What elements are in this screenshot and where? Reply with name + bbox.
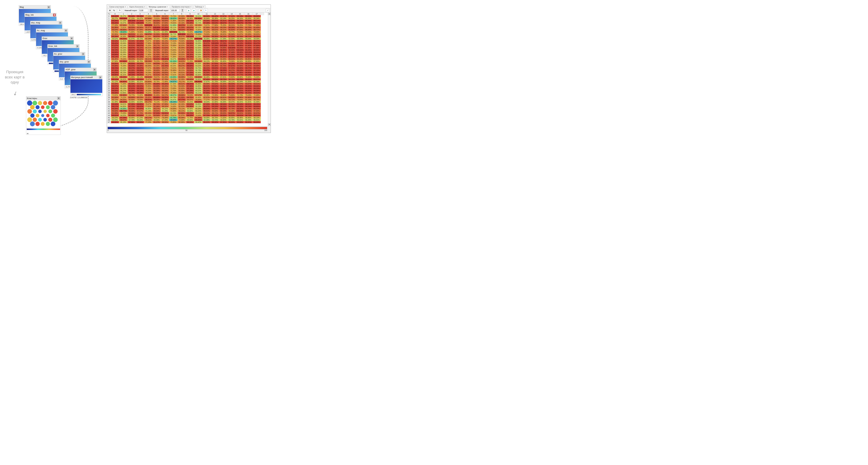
matrix-cell[interactable]: 64,63% (194, 65, 203, 67)
tab-1[interactable]: Карта Кохонена × (128, 5, 147, 8)
matrix-cell[interactable]: 91,32% (211, 26, 219, 29)
matrix-cell[interactable]: 87,84% (253, 110, 261, 112)
matrix-cell[interactable]: 99,60% (244, 121, 253, 123)
matrix-cell[interactable]: 88,60% (153, 69, 161, 71)
matrix-cell[interactable]: 77,23% (144, 121, 153, 123)
matrix-cell[interactable]: 99,42% (244, 90, 253, 92)
matrix-cell[interactable]: 96,87% (219, 90, 227, 92)
matrix-cell[interactable]: 69,53% (128, 60, 136, 63)
matrix-cell[interactable]: 95,54% (203, 90, 211, 92)
matrix-cell[interactable]: 58,44% (194, 49, 203, 51)
matrix-cell[interactable]: 85,34% (236, 58, 244, 60)
matrix-cell[interactable]: 64,48% (153, 119, 161, 121)
matrix-cell[interactable]: 62,53% (119, 69, 128, 71)
matrix-cell[interactable]: 97,59% (211, 47, 219, 49)
matrix-cell[interactable]: 68,46% (244, 117, 253, 119)
matrix-cell[interactable]: 97,34% (203, 22, 211, 24)
matrix-cell[interactable]: 87,56% (236, 29, 244, 31)
matrix-cell[interactable]: 96,26% (211, 35, 219, 38)
matrix-cell[interactable]: 91,11% (253, 96, 261, 99)
matrix-cell[interactable]: 96,15% (227, 78, 236, 80)
matrix-cell[interactable]: 60,48% (194, 71, 203, 74)
matrix-cell[interactable]: 66,63% (119, 85, 128, 87)
matrix-cell[interactable]: 85,94% (178, 47, 186, 49)
matrix-cell[interactable]: 87,56% (161, 49, 169, 51)
matrix-cell[interactable]: 74,83% (236, 31, 244, 33)
matrix-cell[interactable]: 93,32% (128, 26, 136, 29)
matrix-cell[interactable]: 86,51% (161, 44, 169, 47)
matrix-cell[interactable]: 97,29% (219, 42, 227, 44)
matrix-cell[interactable]: 98,85% (111, 74, 119, 76)
matrix-cell[interactable]: 54,47% (169, 99, 178, 101)
matrix-cell[interactable]: 58,44% (236, 38, 244, 40)
matrix-cell[interactable]: 97,91% (128, 87, 136, 90)
matrix-cell[interactable]: 98,85% (236, 54, 244, 56)
matrix-cell[interactable]: 94,37% (144, 33, 153, 35)
matrix-cell[interactable]: 95,40% (128, 83, 136, 85)
matrix-cell[interactable]: 97,83% (136, 114, 144, 117)
matrix-cell[interactable]: 99,10% (253, 71, 261, 74)
matrix-cell[interactable]: 78,80% (194, 99, 203, 101)
matrix-cell[interactable]: 68,15% (211, 60, 219, 63)
matrix-cell[interactable]: 100,00% (236, 49, 244, 51)
matrix-cell[interactable]: 60,52% (194, 90, 203, 92)
matrix-cell[interactable]: 99,06% (219, 114, 227, 117)
matrix-cell[interactable]: 91,78% (227, 107, 236, 110)
matrix-cell[interactable]: 57,79% (128, 119, 136, 121)
matrix-cell[interactable]: 71,83% (119, 83, 128, 85)
matrix-cell[interactable]: 97,77% (178, 99, 186, 101)
matrix-cell[interactable]: 75,88% (219, 31, 227, 33)
matrix-cell[interactable]: 57,39% (194, 44, 203, 47)
matrix-cell[interactable]: 65,27% (119, 15, 128, 18)
matrix-cell[interactable]: 63,74% (169, 112, 178, 114)
matrix-cell[interactable]: 98,16% (227, 74, 236, 76)
matrix-cell[interactable]: 93,32% (153, 20, 161, 22)
matrix-cell[interactable]: 92,36% (161, 35, 169, 38)
matrix-cell[interactable]: 56,78% (194, 69, 203, 71)
matrix-cell[interactable]: 100,00% (119, 18, 128, 20)
matrix-cell[interactable]: 80,82% (178, 44, 186, 47)
matrix-cell[interactable]: 61,70% (211, 80, 219, 83)
matrix-cell[interactable]: 77,90% (144, 42, 153, 44)
matrix-cell[interactable]: 90,68% (161, 56, 169, 58)
matrix-cell[interactable]: 62,50% (194, 47, 203, 49)
matrix-cell[interactable]: 80,82% (219, 33, 227, 35)
matrix-cell[interactable]: 95,58% (203, 71, 211, 74)
matrix-cell[interactable]: 84,30% (219, 58, 227, 60)
matrix-cell[interactable]: 59,55% (186, 119, 194, 121)
matrix-cell[interactable]: 99,85% (211, 51, 219, 54)
matrix-cell[interactable]: 99,85% (111, 121, 119, 123)
matrix-cell[interactable]: 99,13% (111, 87, 119, 90)
matrix-cell[interactable]: 90,60% (119, 29, 128, 31)
matrix-cell[interactable]: 70,14% (194, 58, 203, 60)
matrix-cell[interactable]: 91,59% (153, 67, 161, 69)
matrix-cell[interactable]: 35,24% (169, 101, 178, 103)
matrix-cell[interactable]: 85,94% (227, 33, 236, 35)
matrix-cell[interactable]: 79,93% (136, 99, 144, 101)
matrix-cell[interactable]: 96,86% (186, 42, 194, 44)
matrix-cell[interactable]: 63,96% (119, 92, 128, 94)
matrix-cell[interactable]: 97,02% (227, 15, 236, 18)
matrix-cell[interactable]: 61,49% (111, 101, 119, 103)
matrix-cell[interactable]: 86,10% (178, 63, 186, 65)
matrix-cell[interactable]: 67,23% (136, 117, 144, 119)
matrix-cell[interactable]: 85,19% (161, 40, 169, 42)
matrix-cell[interactable]: 83,38% (178, 51, 186, 54)
matrix-cell[interactable]: 63,14% (119, 44, 128, 47)
matrix-cell[interactable]: 99,93% (136, 78, 144, 80)
matrix-cell[interactable]: 78,59% (219, 99, 227, 101)
matrix-cell[interactable]: 78,57% (153, 76, 161, 78)
matrix-cell[interactable]: 98,33% (186, 56, 194, 58)
matrix-cell[interactable]: 82,09% (178, 78, 186, 80)
matrix-cell[interactable]: 99,84% (111, 54, 119, 56)
matrix-cell[interactable]: 91,43% (203, 65, 211, 67)
matrix-cell[interactable]: 99,67% (236, 22, 244, 24)
matrix-cell[interactable]: 78,51% (144, 119, 153, 121)
matrix-cell[interactable]: 84,17% (161, 94, 169, 96)
matrix-cell[interactable]: 86,60% (211, 110, 219, 112)
matrix-cell[interactable]: 90,56% (153, 22, 161, 24)
matrix-cell[interactable]: 72,06% (169, 110, 178, 112)
matrix-cell[interactable]: 96,22% (119, 101, 128, 103)
matrix-cell[interactable]: 99,20% (111, 22, 119, 24)
matrix-cell[interactable]: 87,17% (194, 94, 203, 96)
